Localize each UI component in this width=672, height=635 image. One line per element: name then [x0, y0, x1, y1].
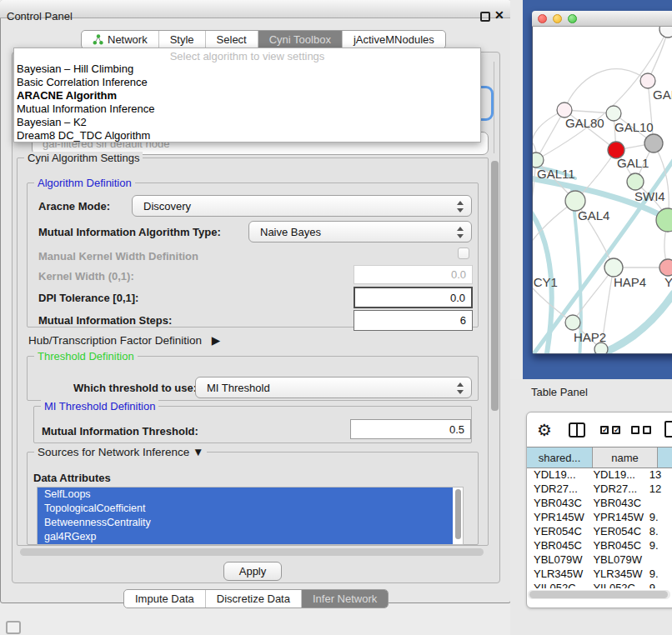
table-row[interactable]: YBR045CYBR045C9.	[527, 539, 672, 553]
mi-algorithm-type-combo[interactable]: Naive Bayes	[248, 221, 472, 242]
mi-threshold-field[interactable]: 0.5	[350, 419, 471, 439]
tab-cyni-toolbox[interactable]: Cyni Toolbox	[258, 31, 343, 48]
table-cell: YIL052C	[587, 582, 646, 588]
table-cell: YER054C	[527, 525, 587, 539]
document-icon[interactable]	[664, 421, 672, 438]
dpi-tolerance-field[interactable]: 0.0	[354, 287, 473, 308]
network-edge	[564, 69, 648, 110]
table-cell	[647, 497, 672, 511]
groupbox-fragment	[494, 62, 494, 153]
node-gray[interactable]	[644, 134, 663, 152]
table-cell: YPR145W	[587, 511, 646, 525]
table-row[interactable]: YPR145WYPR145W9.	[527, 511, 672, 525]
node-gal-pink[interactable]	[640, 73, 655, 88]
network-edge-thick	[533, 193, 552, 353]
node-label: GAL11	[537, 167, 575, 181]
list-item-selected[interactable]: BetweennessCentrality	[38, 516, 453, 530]
list-item-selected[interactable]: gal4RGexp	[38, 530, 453, 544]
apply-button[interactable]: Apply	[223, 562, 282, 581]
column-header-partial[interactable]	[658, 448, 672, 468]
minimize-traffic-light[interactable]	[553, 14, 562, 23]
close-icon[interactable]: ✕	[494, 8, 504, 22]
deselect-all-checkbox-icon[interactable]	[643, 426, 651, 434]
table-cell: 9.	[647, 582, 672, 588]
table-row[interactable]: YBR043CYBR043C	[527, 497, 672, 511]
deselect-all-checkbox-icon[interactable]	[631, 426, 639, 434]
table-cell: 12	[647, 482, 672, 497]
node-swi4[interactable]	[627, 173, 644, 190]
control-panel-titlebar[interactable]	[0, 0, 511, 18]
tab-style-label: Style	[170, 33, 194, 46]
tab-select[interactable]: Select	[206, 31, 258, 48]
kernel-width-value: 0.0	[451, 268, 466, 281]
tab-style[interactable]: Style	[159, 31, 206, 48]
gear-icon[interactable]: ⚙	[537, 420, 552, 440]
tab-discretize-data-label: Discretize Data	[217, 592, 290, 605]
table-row[interactable]: YDL19...YDL19...13	[527, 468, 672, 482]
node-label: SWI4	[634, 189, 665, 203]
table-hscrollbar-thumb[interactable]	[529, 591, 668, 598]
mi-threshold-definition-title: MI Threshold Definition	[41, 400, 158, 412]
table-cell: YDL19...	[587, 468, 646, 482]
table-cell: YBR043C	[527, 497, 587, 511]
screen: Control Panel ✕ Network Style Select Cyn…	[0, 0, 672, 635]
aracne-mode-combo[interactable]: Discovery	[132, 195, 472, 217]
collapse-arrow-icon[interactable]: ▼	[193, 446, 203, 458]
column-header-name[interactable]: name	[593, 448, 658, 468]
tab-impute-data[interactable]: Impute Data	[124, 590, 206, 608]
dropdown-item[interactable]: Mutual Information Inference	[14, 102, 480, 116]
kernel-width-field[interactable]: 0.0	[354, 265, 473, 284]
network-edge	[533, 201, 575, 268]
node-bottom[interactable]	[594, 342, 608, 353]
select-all-checkbox-icon[interactable]: ✓	[612, 426, 620, 434]
table-row[interactable]: YER054CYER054C8.	[527, 525, 672, 539]
tab-discretize-data[interactable]: Discretize Data	[206, 590, 302, 608]
tab-infer-network[interactable]: Infer Network	[302, 590, 388, 608]
select-all-checkbox-icon[interactable]: ✓	[600, 426, 609, 434]
node-hap2[interactable]	[565, 315, 580, 330]
panel-vscrollbar-thumb[interactable]	[491, 161, 499, 411]
list-scrollbar-thumb[interactable]	[455, 489, 461, 539]
node-gal10[interactable]	[606, 106, 621, 121]
float-window-icon[interactable]	[480, 12, 490, 22]
dpi-tolerance-value: 0.0	[450, 292, 465, 304]
table-row[interactable]: YIL052CYIL052C9.	[527, 582, 672, 588]
dpi-tolerance-label: DPI Tolerance [0,1]:	[38, 292, 138, 304]
zoom-traffic-light[interactable]	[568, 14, 577, 23]
close-traffic-light[interactable]	[538, 14, 547, 23]
node-top-partial[interactable]	[659, 27, 672, 38]
data-attributes-list[interactable]: SelfLoops TopologicalCoefficient Between…	[37, 487, 464, 545]
network-canvas[interactable]: GALGAL80GAL10GAL1GAL11SWI4GAL4GCY1HAP4YH…	[533, 27, 672, 353]
table-cell: 9.	[647, 539, 672, 553]
dropdown-item[interactable]: Bayesian – Hill Climbing	[14, 62, 480, 76]
table-row[interactable]: YLR345WYLR345W9.	[527, 568, 672, 582]
tab-jactivemnodules[interactable]: jActiveMNodules	[343, 31, 445, 48]
node-salmon[interactable]	[659, 259, 672, 276]
data-attributes-label: Data Attributes	[33, 472, 111, 484]
dropdown-item[interactable]: Dream8 DC_TDC Algorithm	[14, 129, 480, 142]
column-header-shared[interactable]: shared...	[527, 448, 593, 468]
mi-steps-field[interactable]: 6	[354, 310, 473, 331]
panel-dock-icon[interactable]	[6, 621, 21, 634]
dropdown-item[interactable]: Bayesian – K2	[14, 116, 480, 129]
split-columns-icon[interactable]	[569, 422, 585, 438]
sources-group-title: Sources for Network Inference ▼	[34, 446, 207, 458]
list-item-selected[interactable]: TopologicalCoefficient	[38, 502, 453, 516]
node-hap4[interactable]	[604, 258, 623, 277]
hub-section-label[interactable]: Hub/Transcription Factor Definition ▶	[28, 333, 220, 347]
which-threshold-combo[interactable]: MI Threshold	[195, 377, 472, 398]
tab-network[interactable]: Network	[82, 31, 159, 48]
tab-infer-network-label: Infer Network	[313, 592, 377, 605]
combo-arrows-icon	[457, 226, 464, 239]
table-row[interactable]: YDR27...YDR27...12	[527, 482, 672, 497]
dropdown-item-selected[interactable]: ARACNE Algorithm	[14, 89, 480, 102]
manual-kernel-checkbox[interactable]	[458, 248, 469, 259]
dropdown-item[interactable]: Basic Correlation Inference	[14, 76, 480, 89]
table-cell: YDR27...	[527, 482, 587, 497]
panel-hscrollbar-thumb[interactable]	[20, 548, 484, 556]
table-row[interactable]: YBL079WYBL079W	[527, 553, 672, 568]
expand-arrow-icon[interactable]: ▶	[212, 334, 220, 347]
node-gal11[interactable]	[533, 152, 544, 168]
list-item-selected[interactable]: SelfLoops	[38, 488, 453, 502]
network-icon	[93, 34, 103, 45]
